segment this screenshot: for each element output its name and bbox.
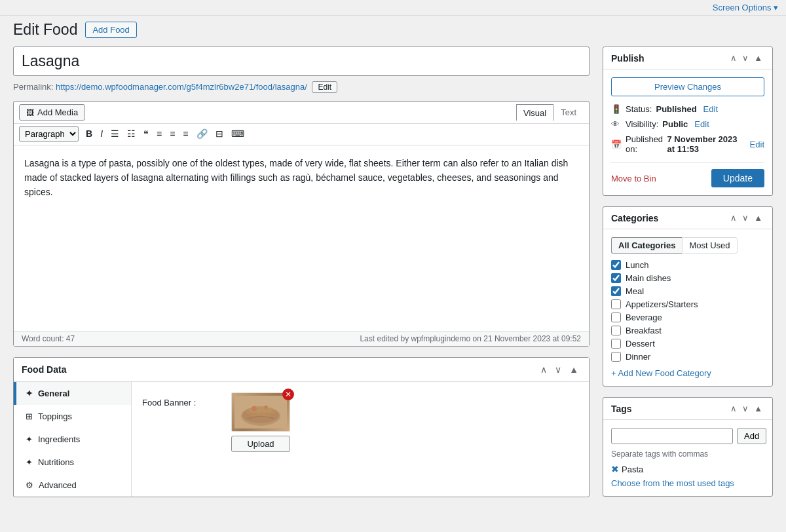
cat-tab-all[interactable]: All Categories (611, 237, 682, 254)
ordered-list-button[interactable]: ☷ (124, 126, 139, 142)
food-banner-value: ✕ Upload (231, 392, 290, 452)
word-count: Word count: 47 (22, 334, 75, 343)
permalink-url[interactable]: https://demo.wpfoodmanager.com/g5f4mzlr6… (56, 82, 307, 92)
published-edit-link[interactable]: Edit (750, 140, 764, 149)
media-icon (26, 107, 34, 117)
food-tab-nutritions[interactable]: ✦ Nutritions (14, 451, 131, 474)
categories-panel: Categories ∧ ∨ ▲ All Categories Most Use… (603, 206, 773, 387)
cat-checkbox-lunch[interactable] (611, 260, 621, 270)
choose-tags-link[interactable]: Choose from the most used tags (611, 478, 734, 488)
food-tab-toppings[interactable]: ⊞ Toppings (14, 405, 131, 428)
italic-button[interactable]: I (97, 126, 106, 142)
cat-checkbox-dinner[interactable] (611, 352, 621, 362)
list-item: Main dishes (611, 273, 764, 283)
tags-panel-title: Tags (611, 404, 632, 414)
calendar-icon: 📅 (611, 140, 622, 149)
food-tab-nutritions-label: Nutritions (38, 457, 74, 467)
visibility-icon: 👁 (611, 119, 622, 129)
tab-text[interactable]: Text (553, 104, 584, 121)
visibility-value: Public (662, 119, 688, 129)
publish-collapse-toggle[interactable]: ▲ (752, 52, 764, 64)
blockquote-button[interactable]: ❝ (140, 126, 152, 142)
cat-label-meal: Meal (626, 286, 644, 296)
permalink-edit-button[interactable]: Edit (312, 81, 337, 93)
categories-collapse-up[interactable]: ∧ (728, 212, 739, 223)
categories-list: Lunch Main dishes Meal Appetizers/Starte… (611, 260, 764, 362)
keyboard-button[interactable]: ⌨ (228, 126, 248, 142)
categories-tabs: All Categories Most Used (611, 237, 764, 254)
tab-visual[interactable]: Visual (516, 104, 553, 121)
food-data-collapse-toggle[interactable]: ▲ (567, 363, 581, 376)
bold-button[interactable]: B (83, 126, 96, 142)
food-tab-ingredients[interactable]: ✦ Ingredients (14, 428, 131, 451)
main-layout: Permalink: https://demo.wpfoodmanager.co… (0, 39, 786, 515)
screen-options-button[interactable]: Screen Options ▾ (713, 3, 778, 12)
cat-checkbox-main-dishes[interactable] (611, 273, 621, 283)
publish-collapse-down[interactable]: ∨ (740, 52, 751, 64)
page-header: Edit Food Add Food (0, 16, 786, 39)
toppings-icon: ⊞ (26, 411, 33, 421)
svg-point-3 (249, 406, 272, 414)
food-tab-ingredients-label: Ingredients (38, 434, 80, 444)
food-image-remove-button[interactable]: ✕ (282, 389, 294, 400)
format-select[interactable]: Paragraph Heading 1 Heading 2 Heading 3 (19, 126, 79, 142)
cat-checkbox-breakfast[interactable] (611, 326, 621, 335)
food-data-collapse-down[interactable]: ∨ (552, 363, 564, 376)
tags-panel: Tags ∧ ∨ ▲ Add Separate tags with commas… (603, 397, 773, 497)
align-left-button[interactable]: ≡ (153, 126, 165, 142)
food-tab-general[interactable]: ✦ General (14, 382, 131, 405)
publish-actions: Move to Bin Update (611, 162, 764, 187)
svg-point-2 (246, 407, 275, 417)
tags-input-row: Add (611, 428, 764, 444)
add-tag-button[interactable]: Add (737, 428, 766, 444)
tag-remove-icon[interactable]: ✖ (611, 464, 619, 474)
tags-input[interactable] (611, 428, 733, 444)
food-image-svg (234, 396, 287, 428)
page-title: Edit Food (13, 21, 77, 39)
food-title-input[interactable] (13, 47, 590, 76)
tag-pill-pasta: ✖ Pasta (611, 464, 643, 474)
list-item: Dinner (611, 352, 764, 362)
tags-collapse-toggle[interactable]: ▲ (752, 403, 764, 414)
editor-content[interactable]: Lasagna is a type of pasta, possibly one… (14, 145, 589, 329)
food-data-main: Food Banner : (132, 382, 589, 497)
visibility-edit-link[interactable]: Edit (694, 119, 709, 129)
left-column: Permalink: https://demo.wpfoodmanager.co… (13, 47, 590, 507)
add-new-category-link[interactable]: + Add New Food Category (611, 368, 711, 378)
food-data-collapse-up[interactable]: ∧ (538, 363, 550, 376)
align-center-button[interactable]: ≡ (166, 126, 178, 142)
tag-label-pasta: Pasta (622, 465, 643, 474)
cat-tab-most-used[interactable]: Most Used (682, 237, 737, 254)
cat-checkbox-dessert[interactable] (611, 339, 621, 349)
status-value: Published (656, 104, 696, 114)
upload-button[interactable]: Upload (231, 436, 290, 452)
table-button[interactable]: ⊟ (212, 126, 227, 142)
tags-panel-controls: ∧ ∨ ▲ (728, 403, 764, 414)
food-tab-advanced[interactable]: ⚙ Advanced (14, 474, 131, 497)
tags-collapse-down[interactable]: ∨ (740, 403, 751, 414)
cat-label-main-dishes: Main dishes (626, 273, 671, 283)
preview-changes-button[interactable]: Preview Changes (611, 77, 764, 96)
publish-collapse-up[interactable]: ∧ (728, 52, 739, 64)
cat-checkbox-beverage[interactable] (611, 313, 621, 322)
cat-label-appetizers: Appetizers/Starters (626, 299, 698, 309)
link-button[interactable]: 🔗 (193, 126, 211, 142)
categories-panel-controls: ∧ ∨ ▲ (728, 212, 764, 223)
update-button[interactable]: Update (711, 169, 764, 187)
unordered-list-button[interactable]: ☰ (107, 126, 122, 142)
tags-collapse-up[interactable]: ∧ (728, 403, 739, 414)
add-media-button[interactable]: Add Media (19, 104, 85, 121)
categories-collapse-toggle[interactable]: ▲ (752, 212, 764, 223)
cat-checkbox-appetizers[interactable] (611, 299, 621, 309)
move-to-bin-button[interactable]: Move to Bin (611, 174, 656, 183)
published-value: 7 November 2023 at 11:53 (667, 134, 743, 154)
food-data-panel-header: Food Data ∧ ∨ ▲ (14, 358, 589, 382)
last-edited: Last edited by wpfmplugindemo on 21 Nove… (360, 334, 581, 343)
align-right-button[interactable]: ≡ (179, 126, 191, 142)
categories-collapse-down[interactable]: ∨ (740, 212, 751, 223)
status-edit-link[interactable]: Edit (703, 104, 718, 114)
food-image-container: ✕ (231, 392, 290, 432)
cat-checkbox-meal[interactable] (611, 286, 621, 296)
add-food-button[interactable]: Add Food (85, 22, 136, 38)
tags-help-text: Separate tags with commas (611, 449, 764, 459)
